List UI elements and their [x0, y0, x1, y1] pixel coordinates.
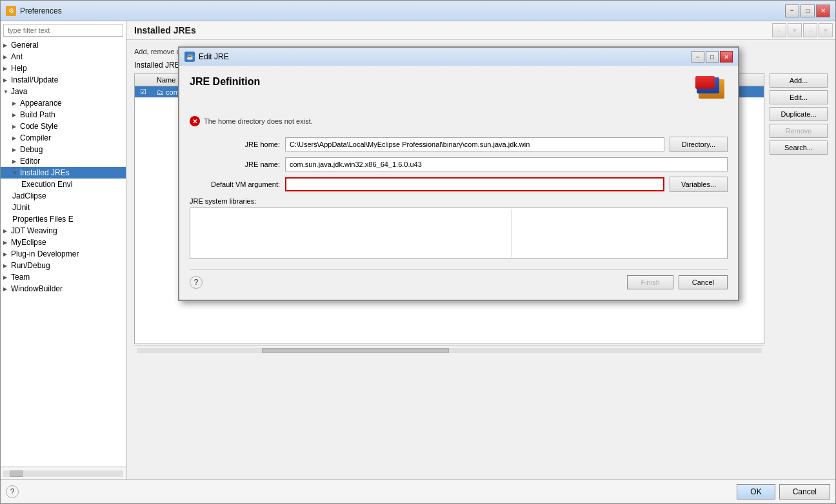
modal-footer: ? Finish Cancel — [190, 269, 728, 289]
sidebar-item-label: Debug — [20, 145, 43, 154]
sidebar-item-install-update[interactable]: ▶ Install/Update — [1, 74, 126, 86]
sidebar-item-label: Team — [11, 273, 30, 282]
jre-definition-title: JRE Definition — [190, 76, 260, 88]
sidebar-item-label: Build Path — [20, 110, 55, 119]
forward-nav-dropdown[interactable]: ▼ — [819, 23, 833, 37]
sidebar: ▶ General ▶ Ant ▶ Help ▶ Install/Update … — [1, 21, 126, 480]
horizontal-scrollbar[interactable] — [134, 345, 764, 354]
maximize-button[interactable]: □ — [801, 5, 815, 17]
modal-content: JRE Definition ✕ The home directory — [179, 66, 738, 300]
sidebar-bottom — [1, 467, 126, 480]
default-vm-input[interactable] — [285, 177, 664, 191]
sidebar-item-run-debug[interactable]: ▶ Run/Debug — [1, 260, 126, 271]
panel-title: Installed JREs — [129, 23, 201, 38]
libs-left-pane — [192, 209, 512, 257]
arrow-icon: ▼ — [3, 89, 10, 95]
sidebar-item-execution-env[interactable]: Execution Envi — [1, 179, 126, 190]
sidebar-item-label: Execution Envi — [21, 180, 72, 189]
modal-title-left: ☕ Edit JRE — [184, 52, 229, 62]
directory-button[interactable]: Directory... — [670, 137, 728, 152]
close-button[interactable]: ✕ — [816, 5, 830, 17]
sidebar-item-plugin-dev[interactable]: ▶ Plug-in Developmer — [1, 248, 126, 260]
sidebar-item-label: Appearance — [20, 99, 62, 108]
sidebar-item-java[interactable]: ▼ Java — [1, 86, 126, 97]
arrow-icon: ▶ — [3, 286, 10, 292]
window-controls: − □ ✕ — [785, 5, 830, 17]
jre-action-buttons: Add... Edit... Duplicate... Remove Searc… — [770, 73, 828, 344]
title-bar-left: ⚙ Preferences — [6, 6, 62, 16]
arrow-icon: ▶ — [12, 147, 19, 153]
arrow-icon: ▶ — [3, 228, 10, 234]
sidebar-item-label: JDT Weaving — [11, 226, 57, 235]
modal-close-button[interactable]: ✕ — [720, 51, 733, 63]
sidebar-item-ant[interactable]: ▶ Ant — [1, 51, 126, 63]
modal-cancel-button[interactable]: Cancel — [679, 275, 728, 289]
ok-button[interactable]: OK — [737, 484, 775, 499]
bottom-help-icon[interactable]: ? — [6, 485, 19, 498]
finish-button[interactable]: Finish — [627, 275, 673, 289]
jre-home-input[interactable] — [285, 137, 664, 151]
system-libs-box[interactable] — [190, 208, 728, 259]
modal-minimize-button[interactable]: − — [692, 51, 704, 63]
sidebar-item-label: Editor — [20, 157, 40, 166]
sidebar-item-help[interactable]: ▶ Help — [1, 63, 126, 74]
col-check — [135, 74, 152, 86]
modal-maximize-button[interactable]: □ — [706, 51, 719, 63]
arrow-icon: ▶ — [12, 124, 19, 130]
filter-input[interactable] — [3, 24, 123, 37]
system-libs-label: JRE system libraries: — [190, 197, 728, 205]
error-row: ✕ The home directory does not exist. — [190, 116, 728, 126]
default-vm-label: Default VM argument: — [190, 180, 280, 188]
sidebar-item-label: Help — [11, 64, 27, 73]
sidebar-item-label: Java — [11, 87, 27, 96]
main-window: ⚙ Preferences − □ ✕ ▶ General ▶ Ant — [0, 0, 836, 504]
arrow-icon: ▶ — [12, 101, 19, 106]
sidebar-item-jadclipse[interactable]: JadClipse — [1, 190, 126, 202]
search-button[interactable]: Search... — [770, 141, 828, 155]
arrow-icon: ▶ — [3, 275, 10, 280]
arrow-icon: ▶ — [3, 43, 10, 48]
jre-home-label: JRE home: — [190, 141, 280, 148]
sidebar-item-appearance[interactable]: ▶ Appearance — [1, 97, 126, 109]
sidebar-item-label: Properties Files E — [12, 215, 74, 224]
sidebar-item-team[interactable]: ▶ Team — [1, 271, 126, 283]
sidebar-item-jdt-weaving[interactable]: ▶ JDT Weaving — [1, 225, 126, 237]
toolbar-nav: ← ▼ → ▼ — [772, 23, 833, 37]
sidebar-item-properties-files[interactable]: Properties Files E — [1, 213, 126, 225]
back-nav-button[interactable]: ← — [772, 23, 786, 37]
jre-name-input[interactable] — [285, 157, 728, 171]
modal-header: JRE Definition — [190, 76, 728, 108]
help-icon[interactable]: ? — [190, 276, 203, 289]
sidebar-item-label: Install/Update — [11, 75, 58, 84]
sidebar-item-window-builder[interactable]: ▶ WindowBuilder — [1, 283, 126, 295]
jre-name-label: JRE name: — [190, 160, 280, 168]
sidebar-item-junit[interactable]: JUnit — [1, 202, 126, 213]
sidebar-item-label: Compiler — [20, 133, 51, 142]
forward-nav-button[interactable]: → — [803, 23, 817, 37]
sidebar-item-build-path[interactable]: ▶ Build Path — [1, 109, 126, 121]
sidebar-item-debug[interactable]: ▶ Debug — [1, 144, 126, 155]
arrow-icon: ▶ — [3, 263, 10, 269]
sidebar-item-general[interactable]: ▶ General — [1, 39, 126, 51]
sidebar-item-installed-jres[interactable]: ▼ Installed JREs — [1, 167, 126, 179]
sidebar-item-code-style[interactable]: ▶ Code Style — [1, 121, 126, 132]
sidebar-item-compiler[interactable]: ▶ Compiler — [1, 132, 126, 144]
minimize-button[interactable]: − — [785, 5, 799, 17]
add-button[interactable]: Add... — [770, 73, 828, 88]
duplicate-button[interactable]: Duplicate... — [770, 107, 828, 121]
arrow-icon: ▶ — [3, 251, 10, 257]
nav-dropdown-button[interactable]: ▼ — [788, 23, 802, 37]
cancel-button[interactable]: Cancel — [779, 484, 830, 499]
sidebar-item-editor[interactable]: ▶ Editor — [1, 155, 126, 167]
arrow-icon: ▶ — [12, 112, 19, 118]
edit-button[interactable]: Edit... — [770, 90, 828, 104]
bottom-left-spacer: ? — [6, 485, 19, 498]
remove-button[interactable]: Remove — [770, 124, 828, 138]
row-checkbox[interactable]: ☑ — [135, 86, 152, 98]
sidebar-item-label: JUnit — [12, 203, 30, 212]
variables-button[interactable]: Variables... — [670, 177, 728, 192]
sidebar-item-myeclipse[interactable]: ▶ MyEclipse — [1, 237, 126, 248]
main-toolbar: Installed JREs ← ▼ → ▼ — [126, 21, 835, 40]
modal-footer-buttons: Finish Cancel — [627, 275, 728, 289]
error-message: The home directory does not exist. — [204, 117, 313, 125]
